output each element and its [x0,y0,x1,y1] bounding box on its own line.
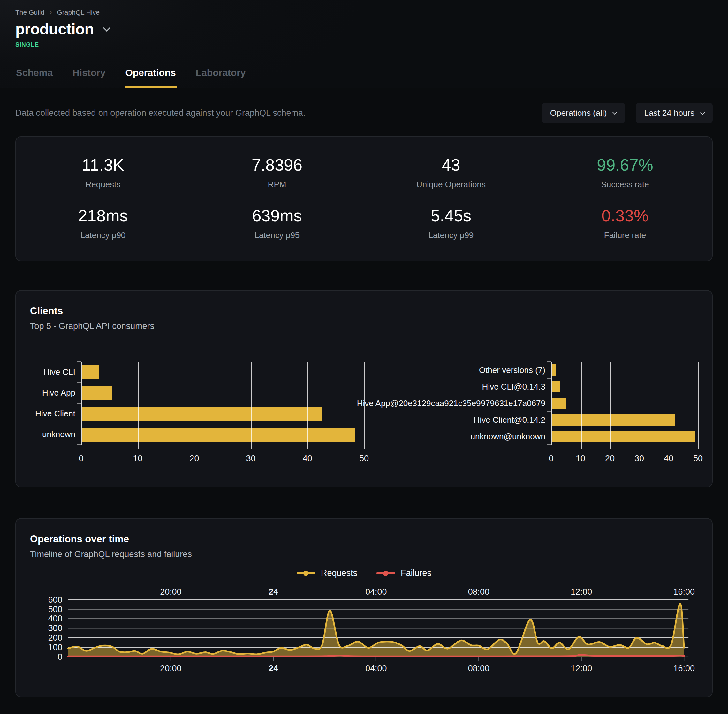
clients-bar-chart: Hive CLIHive AppHive Clientunknown010203… [30,362,364,468]
bar-label-hive-cli: Hive CLI [30,362,75,382]
stat-label: Latency p95 [190,230,364,240]
legend-circle-icon [383,571,388,576]
chevron-down-icon [700,110,705,114]
bar-hive-cli [82,365,99,380]
clients-card-subtitle: Top 5 - GraphQL API consumers [30,321,698,331]
bar-unknown [82,428,355,441]
chevron-down-icon [612,110,618,114]
bar-row [82,424,364,445]
bar-row [552,428,698,445]
x-axis-tick-label: 20 [190,454,199,464]
clients-charts: Hive CLIHive AppHive Clientunknown010203… [30,362,698,468]
period-filter-dropdown[interactable]: Last 24 hours [636,103,713,123]
category-axis-tick [547,444,551,445]
bar-hive-app [82,386,112,400]
bar-category-labels: Hive CLIHive AppHive Clientunknown [30,362,81,468]
page-description: Data collected based on operation execut… [15,108,305,118]
stat-label: Latency p99 [364,230,538,240]
chevron-down-icon[interactable] [103,24,110,32]
stat-value: 7.8396 [190,155,364,174]
requests-area [68,604,684,657]
x-axis-tick-label: 30 [246,454,256,464]
bar-label-unknown-unknown: unknown@unknown [372,428,545,445]
stat-value: 218ms [16,206,190,225]
legend-line-icon [376,572,395,574]
y-axis-tick-label: 300 [48,623,63,633]
category-axis-tick [547,428,551,429]
x-axis-top-label: 16:00 [673,587,695,597]
bar-hive-client-0-14-2 [552,414,675,426]
gridline [698,362,699,449]
stat-success-rate: 99.67%Success rate [538,155,712,189]
bar-row [552,378,698,395]
legend-circle-icon [303,571,308,576]
filter-group: Operations (all) Last 24 hours [542,103,713,123]
legend-item-failures[interactable]: Failures [376,568,432,578]
main-content: Data collected based on operation execut… [0,103,728,702]
bar-label-hive-cli-0-14-3: Hive CLI@0.14.3 [372,378,545,395]
stat-label: RPM [190,180,364,189]
stat-label: Success rate [538,180,712,189]
x-axis-bottom-label: 08:00 [468,664,489,673]
bar-category-labels: Other versions (7)Hive CLI@0.14.3Hive Ap… [372,362,551,468]
project-type-badge: SINGLE [15,41,713,48]
operations-card-title: Operations over time [30,533,698,545]
tab-operations[interactable]: Operations [125,68,176,88]
tab-bar: SchemaHistoryOperationsLaboratory [15,68,713,88]
tab-history[interactable]: History [72,68,106,88]
timeline-svg: 010020030040050060020:0020:00242404:0004… [30,586,698,685]
category-axis-tick [547,411,551,412]
bar-label-unknown: unknown [30,424,75,445]
x-axis-tick-label: 20 [605,454,615,464]
breadcrumb-separator-icon: › [50,8,52,16]
bar-unknown-unknown [552,431,695,442]
breadcrumb-org[interactable]: The Guild [15,9,44,16]
gridline [251,362,251,449]
x-axis-bottom-label: 04:00 [365,664,387,673]
tab-schema[interactable]: Schema [15,68,53,88]
bar-hive-app-20e3129caa921c35e9979631e17a0679 [552,398,566,409]
stat-latency-p90: 218msLatency p90 [16,206,190,240]
x-axis-top-label: 04:00 [365,587,387,597]
stat-unique-operations: 43Unique Operations [364,155,538,189]
x-axis-top-label: 24 [269,587,278,597]
legend-item-requests[interactable]: Requests [296,568,357,578]
y-axis-tick-label: 0 [58,652,63,662]
bar-row [552,395,698,411]
bar-x-axis: 01020304050 [551,450,698,468]
gridline [307,362,308,449]
category-axis-tick [77,403,81,404]
x-axis-bottom-label: 12:00 [571,664,592,673]
stat-value: 639ms [190,206,364,225]
toolbar: Data collected based on operation execut… [15,103,713,123]
gridline [581,362,582,449]
tab-laboratory[interactable]: Laboratory [195,68,247,88]
operations-card-subtitle: Timeline of GraphQL requests and failure… [30,549,698,559]
stat-requests: 11.3KRequests [16,155,190,189]
bar-hive-client [82,407,322,421]
x-axis-bottom-label: 16:00 [673,664,695,673]
gridline [610,362,611,449]
bar-plot-area: 01020304050 [551,362,698,468]
x-axis-tick-label: 50 [359,454,369,464]
bar-label-hive-app: Hive App [30,382,75,403]
breadcrumb: The Guild › GraphQL Hive [15,8,713,16]
stat-latency-p99: 5.45sLatency p99 [364,206,538,240]
x-axis-top-label: 12:00 [571,587,592,597]
bar-label-hive-app-20e3129caa921c35e9979631e17a0679: Hive App@20e3129caa921c35e9979631e17a067… [372,395,545,411]
x-axis-tick-label: 50 [693,454,703,464]
bar-label-hive-client-0-14-2: Hive Client@0.14.2 [372,411,545,428]
legend-label: Requests [321,568,357,578]
stat-label: Failure rate [538,230,712,240]
bar-row [552,411,698,428]
category-axis-tick [77,382,81,383]
client-versions-bar-chart: Other versions (7)Hive CLI@0.14.3Hive Ap… [372,362,698,468]
breadcrumb-project[interactable]: GraphQL Hive [57,9,99,16]
stat-latency-p95: 639msLatency p95 [190,206,364,240]
stat-rpm: 7.8396RPM [190,155,364,189]
stat-value: 99.67% [538,155,712,174]
operations-filter-dropdown[interactable]: Operations (all) [542,103,625,123]
x-axis-tick-label: 40 [303,454,312,464]
bar-row [82,362,364,382]
x-axis-tick-label: 0 [549,454,554,464]
